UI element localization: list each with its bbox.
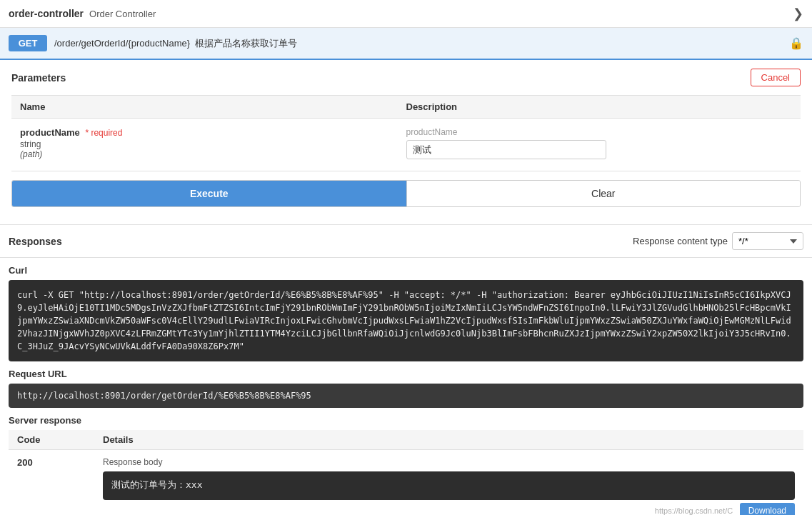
endpoint-bar: GET /order/getOrderId/{productName} 根据产品… (0, 28, 812, 60)
server-table-header: Code Details (9, 430, 803, 450)
param-input[interactable] (406, 140, 606, 159)
cancel-button[interactable]: Cancel (751, 69, 801, 86)
param-name-line: productName * required (20, 127, 406, 138)
curl-block: curl -X GET "http://localhost:8901/order… (9, 280, 803, 361)
response-body-label: Response body (103, 457, 795, 467)
endpoint-path-text: /order/getOrderId/{productName} (54, 38, 190, 49)
col-name: Name (20, 101, 406, 112)
param-type: string (20, 139, 406, 149)
method-badge: GET (9, 35, 47, 51)
controller-name: Order Controller (89, 9, 156, 19)
action-bar: Execute Clear (11, 180, 801, 207)
request-url-label: Request URL (9, 361, 803, 384)
responses-header: Responses Response content type */* (0, 224, 812, 258)
execute-button[interactable]: Execute (12, 181, 406, 206)
responses-section: Responses Response content type */* Curl… (0, 224, 812, 515)
top-bar: order-controller Order Controller ❯ (0, 0, 812, 28)
details-col-header: Details (103, 434, 795, 445)
download-bar: https://blog.csdn.net/C Download (103, 500, 795, 515)
parameters-title: Parameters (11, 72, 66, 84)
content-type-selector: Response content type */* (633, 232, 803, 250)
controller-id: order-controller (9, 8, 84, 19)
param-required: * required (85, 128, 122, 138)
param-name-cell: productName * required string (path) (20, 127, 406, 159)
content-type-label: Response content type (633, 236, 728, 246)
param-desc-label: productName (406, 127, 793, 137)
response-code: 200 (17, 457, 103, 468)
parameters-header: Parameters Cancel (11, 69, 801, 86)
curl-label: Curl (9, 258, 803, 280)
content-type-select[interactable]: */* (732, 232, 803, 250)
param-path: (path) (20, 149, 406, 159)
response-details: Response body 测试的订单号为：xxx https://blog.c… (103, 457, 795, 515)
param-desc-cell: productName (406, 127, 793, 159)
responses-body: Curl curl -X GET "http://localhost:8901/… (0, 258, 812, 515)
download-button[interactable]: Download (740, 503, 795, 515)
top-bar-left: order-controller Order Controller (9, 8, 156, 19)
response-body-block: 测试的订单号为：xxx (103, 471, 795, 500)
parameters-section: Parameters Cancel Name Description produ… (0, 60, 812, 224)
col-description: Description (406, 101, 793, 112)
server-table-row: 200 Response body 测试的订单号为：xxx https://bl… (9, 450, 803, 515)
table-row: productName * required string (path) pro… (11, 119, 801, 171)
endpoint-description: 根据产品名称获取订单号 (195, 38, 297, 49)
watermark: https://blog.csdn.net/C (655, 506, 733, 515)
request-url-block: http://localhost:8901/order/getOrderId/%… (9, 384, 803, 408)
param-name: productName (20, 127, 80, 138)
chevron-down-icon[interactable]: ❯ (793, 6, 803, 21)
lock-icon: 🔒 (789, 36, 803, 50)
table-header: Name Description (11, 95, 801, 119)
responses-title: Responses (9, 236, 62, 247)
server-response-title: Server response (9, 408, 803, 430)
endpoint-path: /order/getOrderId/{productName} 根据产品名称获取… (54, 37, 782, 50)
clear-button[interactable]: Clear (406, 181, 801, 206)
code-col-header: Code (17, 434, 103, 445)
